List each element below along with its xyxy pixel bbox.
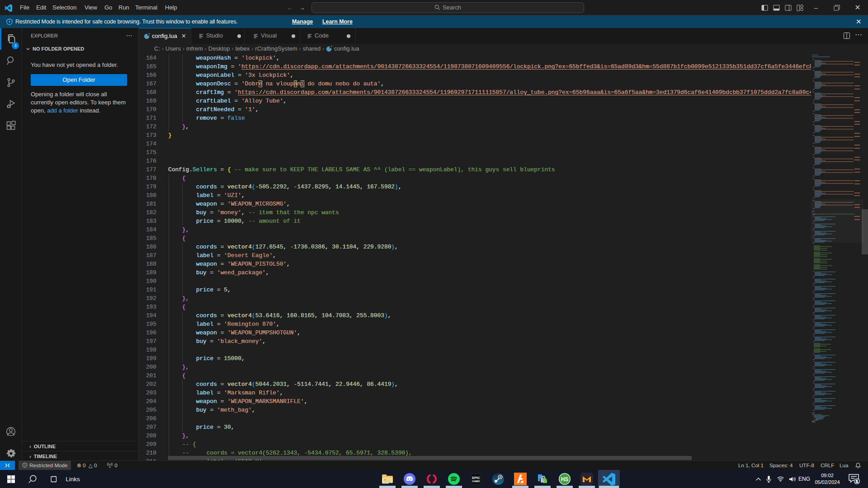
- svg-text:EPIC: EPIC: [472, 476, 480, 480]
- svg-text:1: 1: [856, 479, 858, 483]
- svg-text:HS: HS: [561, 476, 569, 483]
- svg-text:GAMES: GAMES: [472, 480, 480, 483]
